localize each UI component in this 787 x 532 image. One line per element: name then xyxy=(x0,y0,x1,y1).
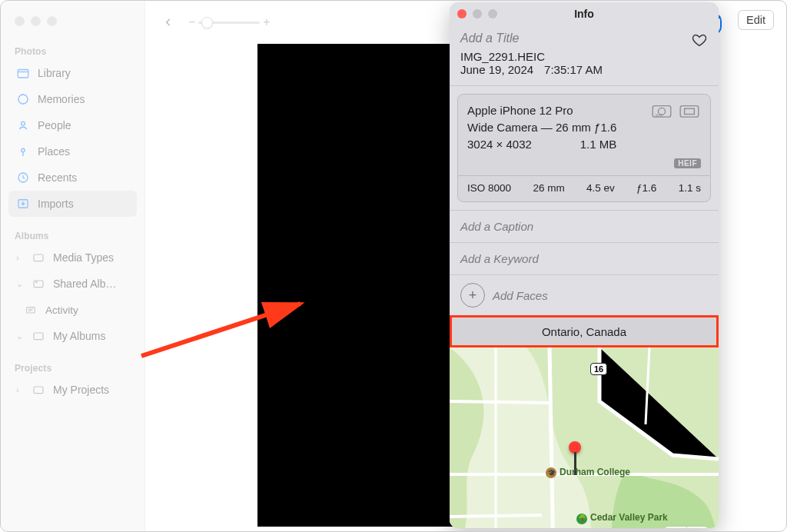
sidebar-item-media-types[interactable]: ›Media Types xyxy=(8,244,137,271)
zoom-slider[interactable]: − + xyxy=(188,15,271,29)
plus-icon: + xyxy=(263,15,270,29)
camera-metadata-box: Apple iPhone 12 Pro Wide Camera — 26 mm … xyxy=(457,94,711,202)
stat-iso: ISO 8000 xyxy=(467,182,511,194)
slider-track[interactable] xyxy=(198,22,260,24)
fullscreen-window-icon[interactable] xyxy=(47,16,57,26)
favorite-heart-icon[interactable] xyxy=(691,32,708,52)
svg-rect-18 xyxy=(680,106,699,118)
location-field[interactable]: Ontario, Canada xyxy=(450,315,719,347)
places-icon xyxy=(16,145,30,158)
svg-point-3 xyxy=(22,148,25,152)
stat-ev: 4.5 ev xyxy=(586,182,615,194)
info-panel: Info Add a Title IMG_2291.HEIC June 19, … xyxy=(450,2,719,528)
sidebar-item-recents[interactable]: Recents xyxy=(8,165,137,191)
sidebar-item-people[interactable]: People xyxy=(8,112,137,138)
activity-icon xyxy=(24,303,38,317)
camera-filesize: 1.1 MB xyxy=(580,136,617,153)
add-faces-button[interactable]: + xyxy=(460,283,485,308)
camera-model: Apple iPhone 12 Pro xyxy=(467,102,616,119)
sidebar-item-label: People xyxy=(38,119,71,131)
chevron-right-icon: › xyxy=(16,253,24,262)
library-icon xyxy=(16,66,30,80)
sidebar-section-projects: Projects xyxy=(8,357,137,377)
sidebar-item-label: My Albums xyxy=(53,330,105,342)
camera-lens: Wide Camera — 26 mm ƒ1.6 xyxy=(467,119,616,136)
location-map[interactable]: 16 🎓Durham College 🌳Cedar Valley Park − … xyxy=(450,347,719,528)
sidebar: Photos Library Memories People Places Re… xyxy=(1,1,145,531)
caption-input[interactable]: Add a Caption xyxy=(450,210,719,242)
title-input[interactable]: Add a Title xyxy=(460,28,708,48)
shared-icon xyxy=(32,277,45,291)
slider-thumb[interactable] xyxy=(201,17,213,28)
sidebar-item-label: Media Types xyxy=(53,251,114,264)
sidebar-item-my-projects[interactable]: ›My Projects xyxy=(8,377,137,403)
filename-label: IMG_2291.HEIC xyxy=(460,48,708,63)
sidebar-item-label: Shared Alb… xyxy=(53,278,117,290)
raw-jpeg-icon xyxy=(678,102,701,119)
sidebar-item-label: Library xyxy=(38,67,71,79)
svg-point-2 xyxy=(22,121,25,125)
chevron-right-icon: › xyxy=(16,385,24,394)
svg-rect-6 xyxy=(34,254,43,261)
stat-shutter: 1.1 s xyxy=(679,182,701,194)
folder-icon xyxy=(32,383,45,397)
recents-icon xyxy=(16,171,30,185)
keyword-input[interactable]: Add a Keyword xyxy=(450,242,719,274)
white-balance-icon: WB xyxy=(650,102,673,119)
svg-rect-9 xyxy=(27,308,35,313)
poi-icon: 🎓 xyxy=(546,467,556,478)
chevron-down-icon: ⌄ xyxy=(16,331,24,341)
map-zoom-out[interactable]: − xyxy=(663,527,687,528)
faces-row[interactable]: + Add Faces xyxy=(450,274,719,315)
sidebar-item-places[interactable]: Places xyxy=(8,138,137,165)
location-label: Ontario, Canada xyxy=(542,325,626,338)
sidebar-item-shared-albums[interactable]: ⌄Shared Alb… xyxy=(8,271,137,297)
sidebar-item-label: My Projects xyxy=(53,384,109,396)
sidebar-section-photos: Photos xyxy=(8,40,137,60)
svg-text:WB: WB xyxy=(656,113,662,118)
svg-point-1 xyxy=(18,95,28,104)
sidebar-item-my-albums[interactable]: ⌄My Albums xyxy=(8,323,137,349)
map-pin-icon xyxy=(569,441,581,454)
svg-point-8 xyxy=(36,281,37,282)
info-panel-title: Info xyxy=(450,8,719,20)
sidebar-item-label: Recents xyxy=(38,171,77,184)
window-traffic-lights[interactable] xyxy=(1,7,144,40)
map-zoom-in[interactable]: + xyxy=(687,527,710,528)
datetime-label: June 19, 20247:35:17 AM xyxy=(460,63,708,76)
poi-durham-college: 🎓Durham College xyxy=(546,467,630,478)
folder-icon xyxy=(32,329,45,343)
svg-rect-11 xyxy=(34,387,43,394)
poi-cedar-valley: 🌳Cedar Valley Park xyxy=(576,513,668,524)
main-area: − + Edit xyxy=(145,1,786,531)
svg-rect-7 xyxy=(34,281,43,288)
stat-aperture: ƒ1.6 xyxy=(636,182,656,194)
app-window: Photos Library Memories People Places Re… xyxy=(0,0,787,532)
back-button[interactable] xyxy=(158,12,179,33)
sidebar-item-label: Imports xyxy=(38,198,74,210)
camera-dimensions: 3024 × 4032 xyxy=(467,136,532,153)
sidebar-section-albums: Albums xyxy=(8,224,137,244)
sidebar-item-memories[interactable]: Memories xyxy=(8,86,137,112)
sidebar-item-imports[interactable]: Imports xyxy=(8,191,137,217)
faces-label: Add Faces xyxy=(493,289,548,302)
sidebar-item-activity[interactable]: Activity xyxy=(8,297,137,323)
minimize-window-icon[interactable] xyxy=(31,16,41,26)
svg-rect-10 xyxy=(34,333,43,340)
sidebar-item-label: Activity xyxy=(45,304,78,316)
sidebar-item-label: Memories xyxy=(38,93,85,105)
memories-icon xyxy=(16,92,30,106)
route-badge: 16 xyxy=(590,363,607,375)
close-window-icon[interactable] xyxy=(15,16,25,26)
chevron-down-icon: ⌄ xyxy=(16,279,24,289)
svg-rect-19 xyxy=(685,108,695,114)
imports-icon xyxy=(16,197,30,211)
minus-icon: − xyxy=(188,15,195,29)
sidebar-item-library[interactable]: Library xyxy=(8,60,137,86)
stat-focal: 26 mm xyxy=(533,182,564,194)
sidebar-item-label: Places xyxy=(38,145,70,158)
map-zoom-controls[interactable]: − + xyxy=(663,527,709,528)
folder-icon xyxy=(32,251,45,264)
svg-rect-0 xyxy=(18,70,28,78)
poi-icon: 🌳 xyxy=(576,514,587,524)
